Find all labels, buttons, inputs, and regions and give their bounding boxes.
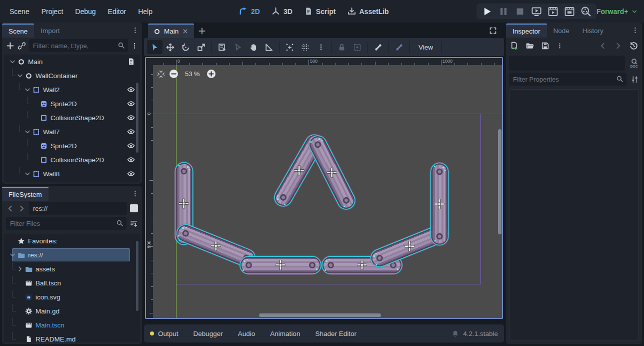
tab-import[interactable]: Import (34, 24, 66, 38)
dock-menu-icon[interactable] (132, 190, 139, 197)
move-gizmo-icon[interactable] (434, 199, 444, 209)
list-select-button[interactable] (214, 40, 230, 54)
move-gizmo-icon[interactable] (276, 260, 286, 270)
view-menu-button[interactable]: View (412, 44, 439, 51)
dock-menu-icon[interactable] (632, 27, 639, 34)
file-filter-input[interactable] (6, 217, 126, 230)
lock-object-button[interactable] (334, 40, 350, 54)
collapse-arrow-icon[interactable] (16, 72, 24, 79)
open-docs-icon[interactable]: DOC (629, 58, 639, 68)
new-resource-button[interactable] (510, 42, 518, 50)
renderer-selector[interactable]: Forward+ (596, 0, 638, 23)
tab-node[interactable]: Node (547, 24, 576, 38)
group-object-button[interactable] (350, 40, 365, 54)
move-gizmo-icon[interactable] (327, 167, 337, 177)
history-forward-icon[interactable] (614, 42, 622, 50)
move-gizmo-icon[interactable] (211, 240, 221, 250)
skeleton-options-button[interactable] (392, 40, 407, 54)
expand-arrow-icon[interactable] (16, 265, 24, 272)
scene-tree-item[interactable]: Wall2 (4, 83, 140, 97)
menu-project[interactable]: Project (37, 5, 68, 18)
snap-options-button[interactable] (313, 40, 328, 54)
menu-editor[interactable]: Editor (104, 5, 131, 18)
menu-debug[interactable]: Debug (70, 5, 100, 18)
scene-tree-item[interactable]: WallContainer (4, 69, 140, 83)
play-button[interactable] (482, 6, 492, 17)
notification-bell-icon[interactable] (452, 330, 459, 337)
file-item[interactable]: Main.gd (4, 304, 140, 318)
zoom-in-button[interactable] (207, 70, 216, 78)
zoom-level[interactable]: 53 % (182, 70, 202, 78)
file-tree-scrollbar[interactable] (136, 241, 138, 311)
move-gizmo-icon[interactable] (179, 198, 189, 208)
tab-assetlib[interactable]: AssetLib (348, 7, 389, 16)
skeleton-button[interactable] (370, 40, 386, 54)
tab-2d[interactable]: 2D (239, 7, 260, 16)
scene-tree-item[interactable]: Wall7 (4, 125, 140, 139)
center-view-icon[interactable] (157, 70, 165, 78)
property-tools-icon[interactable] (630, 75, 639, 84)
new-scene-tab-button[interactable] (198, 27, 206, 35)
collapse-arrow-icon[interactable] (24, 128, 31, 135)
visibility-eye-icon[interactable] (127, 114, 135, 122)
resource-menu-icon[interactable] (556, 42, 563, 50)
tab-filesystem[interactable]: FileSystem (2, 187, 48, 201)
history-back-icon[interactable] (598, 42, 607, 50)
bottom-panel-output[interactable]: Output (150, 330, 178, 337)
expand-viewport-icon[interactable] (489, 27, 497, 35)
bottom-panel-debugger[interactable]: Debugger (194, 330, 223, 337)
file-item[interactable]: res:// (4, 248, 140, 262)
nav-back-icon[interactable] (6, 204, 14, 213)
collapse-arrow-icon[interactable] (24, 86, 31, 93)
move-gizmo-icon[interactable] (357, 260, 367, 270)
horizontal-scrollbar[interactable] (259, 313, 381, 317)
file-item[interactable]: icon.svg (4, 290, 140, 304)
tab-main-scene[interactable]: Main (148, 24, 194, 38)
scale-tool-button[interactable] (194, 40, 209, 54)
tab-script[interactable]: Script (304, 7, 336, 16)
scene-tree-item[interactable]: CollisionShape2D (4, 153, 140, 167)
close-icon[interactable] (182, 28, 188, 35)
collapse-arrow-icon[interactable] (24, 170, 31, 177)
file-item[interactable]: assets (4, 262, 140, 276)
bottom-panel-shader-editor[interactable]: Shader Editor (315, 330, 356, 337)
visibility-eye-icon[interactable] (127, 142, 135, 150)
wall-sprite[interactable] (432, 163, 448, 244)
move-gizmo-icon[interactable] (404, 241, 414, 251)
nav-forward-icon[interactable] (18, 204, 26, 213)
smart-snap-button[interactable] (282, 40, 298, 54)
play-custom-scene-button[interactable] (564, 6, 575, 17)
save-resource-button[interactable] (541, 42, 550, 50)
pivot-tool-button[interactable] (230, 40, 246, 54)
ruler-tool-button[interactable] (261, 40, 276, 54)
scene-tree-item[interactable]: Sprite2D (4, 139, 140, 153)
dock-menu-icon[interactable] (132, 27, 139, 34)
attached-script-icon[interactable] (127, 58, 135, 66)
visibility-eye-icon[interactable] (127, 86, 135, 94)
instance-scene-button[interactable] (18, 42, 26, 50)
visibility-eye-icon[interactable] (127, 100, 135, 108)
node-name-field[interactable] (509, 56, 625, 71)
toggle-split-mode-button[interactable] (130, 204, 138, 212)
scene-tree-menu-icon[interactable] (131, 42, 138, 50)
file-item[interactable]: Favorites: (4, 234, 140, 248)
visibility-eye-icon[interactable] (127, 128, 135, 136)
file-item[interactable]: README.md (4, 332, 140, 342)
canvas[interactable]: 53 % (153, 65, 502, 318)
tab-history[interactable]: History (576, 24, 610, 38)
move-gizmo-icon[interactable] (294, 165, 304, 175)
scene-tree-item[interactable]: Wall8 (4, 167, 140, 181)
rotate-tool-button[interactable] (178, 40, 194, 54)
property-filter-input[interactable] (509, 73, 626, 86)
select-tool-button[interactable] (147, 40, 162, 54)
add-node-button[interactable] (6, 42, 14, 50)
collapse-arrow-icon[interactable] (9, 58, 16, 65)
tab-scene[interactable]: Scene (2, 24, 34, 38)
scene-tree-item[interactable]: CollisionShape2D (4, 111, 140, 125)
sort-files-icon[interactable] (130, 219, 138, 228)
file-item[interactable]: Main.tscn (4, 318, 140, 332)
pan-tool-button[interactable] (246, 40, 261, 54)
menu-scene[interactable]: Scene (5, 5, 34, 18)
scene-filter-input[interactable] (29, 39, 128, 52)
menu-help[interactable]: Help (134, 5, 157, 18)
